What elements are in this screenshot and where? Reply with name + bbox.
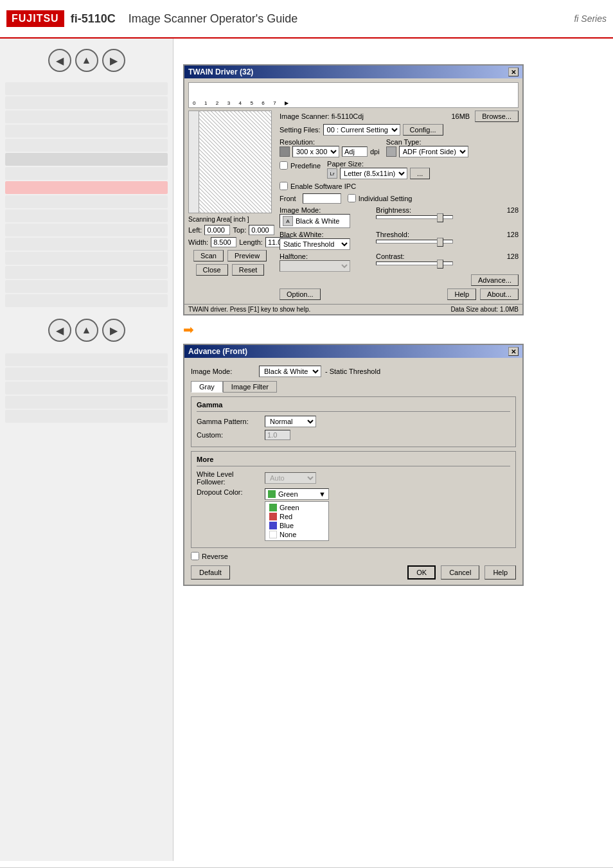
reset-button[interactable]: Reset	[232, 264, 265, 276]
dropdown-item-none[interactable]: None	[267, 530, 327, 539]
advance-title-bar: Advance (Front) ✕	[184, 345, 522, 358]
close-reset-btn-row: Close Reset	[188, 264, 272, 276]
reverse-checkbox[interactable]	[191, 552, 199, 560]
none-label: None	[280, 531, 296, 538]
advance-title: Advance (Front)	[188, 347, 247, 356]
tab-image-filter[interactable]: Image Filter	[223, 381, 277, 393]
left-label: Left:	[188, 226, 202, 234]
sidebar-item-14[interactable]	[5, 280, 168, 293]
about-button[interactable]: About...	[480, 288, 519, 300]
threshold-col: Threshold: 128	[376, 231, 519, 250]
adv-help-button[interactable]: Help	[484, 565, 516, 580]
paper-size-label: Paper Size:	[327, 160, 430, 168]
sidebar-item-7[interactable]	[5, 167, 168, 180]
predefine-col: Predefine	[280, 160, 321, 179]
nav-forward-button-2[interactable]: ▶	[102, 319, 125, 342]
sidebar-item-1[interactable]	[5, 82, 168, 95]
halftone-select[interactable]	[280, 260, 350, 272]
predefine-checkbox[interactable]	[280, 161, 288, 170]
sidebar-item-b4[interactable]	[5, 396, 168, 409]
nav-back-button[interactable]: ◀	[48, 49, 71, 72]
setting-files-label: Setting Files:	[280, 126, 321, 134]
dropdown-item-red[interactable]: Red	[267, 512, 327, 521]
nav-up-button-2[interactable]: ▲	[75, 319, 98, 342]
left-input[interactable]	[204, 225, 230, 235]
gamma-pattern-select[interactable]: Normal	[265, 416, 316, 427]
resolution-select[interactable]: 300 x 300	[292, 146, 339, 157]
sidebar-item-3[interactable]	[5, 111, 168, 123]
paper-size-select[interactable]: Letter (8.5x11in)	[340, 168, 407, 179]
sidebar-item-5[interactable]	[5, 139, 168, 152]
image-scanner-label: Image Scanner: fi-5110Cdj	[280, 112, 449, 120]
scan-button[interactable]: Scan	[193, 250, 224, 261]
tab-gray[interactable]: Gray	[191, 381, 223, 393]
width-label: Width:	[188, 238, 208, 246]
sidebar-item-9[interactable]	[5, 209, 168, 222]
selected-color-label: Green	[278, 490, 298, 498]
sidebar-item-6[interactable]	[5, 153, 168, 166]
individual-setting-checkbox[interactable]	[348, 194, 356, 202]
left-field-row: Left: Top:	[188, 225, 272, 235]
preview-button[interactable]: Preview	[227, 250, 267, 261]
sidebar-item-4[interactable]	[5, 125, 168, 137]
sidebar-item-active[interactable]	[5, 181, 168, 194]
dpi-input[interactable]	[342, 146, 368, 157]
width-input[interactable]	[211, 237, 236, 247]
setting-files-select[interactable]: 00 : Current Setting	[323, 124, 400, 136]
image-mode-box: A Black & White	[280, 214, 350, 228]
sidebar-item-15[interactable]	[5, 294, 168, 307]
sidebar-item-b1[interactable]	[5, 353, 168, 366]
sidebar-item-b5[interactable]	[5, 410, 168, 423]
dropdown-item-blue[interactable]: Blue	[267, 521, 327, 530]
dropout-color-label: Dropout Color:	[197, 488, 261, 496]
default-button[interactable]: Default	[191, 565, 230, 580]
scan-type-select[interactable]: ADF (Front Side)	[399, 146, 468, 157]
twain-title-bar: TWAIN Driver (32) ✕	[184, 66, 522, 78]
paper-size-extra-btn[interactable]: ...	[410, 168, 430, 179]
advance-button[interactable]: Advance...	[471, 274, 519, 286]
sidebar-item-11[interactable]	[5, 238, 168, 251]
sidebar-item-b2[interactable]	[5, 368, 168, 380]
green-swatch	[269, 504, 277, 511]
nav-up-button[interactable]: ▲	[75, 49, 98, 72]
model-label: fi-5110C	[71, 12, 116, 26]
custom-row: Custom:	[197, 430, 510, 440]
config-button[interactable]: Config...	[403, 124, 443, 136]
predefine-label: Predefine	[290, 162, 321, 170]
contrast-slider[interactable]	[376, 261, 453, 265]
ok-button[interactable]: OK	[407, 565, 436, 580]
close-button[interactable]: Close	[196, 264, 228, 276]
individual-setting-label: Individual Setting	[359, 195, 413, 202]
sidebar-item-b3[interactable]	[5, 382, 168, 394]
nav-back-button-2[interactable]: ◀	[48, 319, 71, 342]
brightness-slider[interactable]	[376, 215, 453, 219]
browse-button[interactable]: Browse...	[475, 111, 519, 122]
static-threshold-label: - Static Threshold	[325, 368, 380, 375]
sidebar-item-12[interactable]	[5, 252, 168, 265]
sidebar-item-8[interactable]	[5, 195, 168, 208]
sidebar-item-13[interactable]	[5, 266, 168, 279]
sidebar-item-2[interactable]	[5, 96, 168, 109]
resolution-label: Resolution:	[280, 138, 380, 146]
cancel-button[interactable]: Cancel	[441, 565, 479, 580]
nav-forward-button[interactable]: ▶	[102, 49, 125, 72]
white-level-select[interactable]: Auto	[265, 472, 316, 484]
advance-close-button[interactable]: ✕	[508, 347, 519, 356]
enable-ipc-label: Enable Software IPC	[290, 182, 356, 190]
sidebar-item-10[interactable]	[5, 224, 168, 236]
option-button[interactable]: Option...	[280, 288, 321, 300]
enable-ipc-checkbox[interactable]	[280, 182, 288, 190]
bw-method-select[interactable]: Static Threshold	[280, 238, 350, 250]
dropdown-item-green[interactable]: Green	[267, 503, 327, 512]
top-input[interactable]	[249, 225, 274, 235]
help-button[interactable]: Help	[447, 288, 476, 300]
bw-threshold-row: Black &White: Static Threshold Threshold…	[280, 231, 519, 250]
twain-close-button[interactable]: ✕	[508, 67, 519, 76]
fi-series-label: fi Series	[574, 13, 607, 24]
front-input[interactable]	[303, 193, 341, 204]
arrow-indicator: ➡	[183, 322, 603, 337]
adv-image-mode-select[interactable]: Black & White	[259, 366, 321, 377]
dropout-color-dropdown: Green Red Blue	[265, 501, 329, 541]
threshold-slider[interactable]	[376, 240, 453, 244]
image-mode-label: Image Mode:	[280, 206, 369, 214]
